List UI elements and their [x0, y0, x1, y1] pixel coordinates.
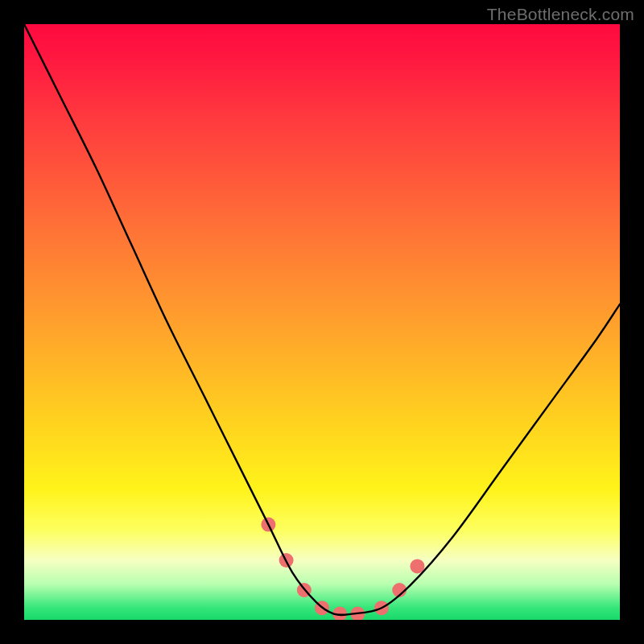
marker-dot — [350, 607, 365, 620]
marker-dot — [315, 601, 329, 615]
plot-area — [24, 24, 620, 620]
marker-dot — [374, 601, 389, 615]
marker-dot — [392, 583, 407, 597]
bottleneck-curve — [24, 24, 620, 615]
marker-dot — [279, 553, 294, 568]
curve-layer — [24, 24, 620, 620]
watermark-text: TheBottleneck.com — [487, 5, 634, 24]
chart-frame: TheBottleneck.com — [0, 0, 644, 644]
marker-dot — [297, 583, 312, 597]
marker-dot — [332, 607, 347, 620]
marker-dot — [261, 518, 275, 532]
marker-group — [261, 518, 424, 620]
marker-dot — [410, 559, 424, 573]
